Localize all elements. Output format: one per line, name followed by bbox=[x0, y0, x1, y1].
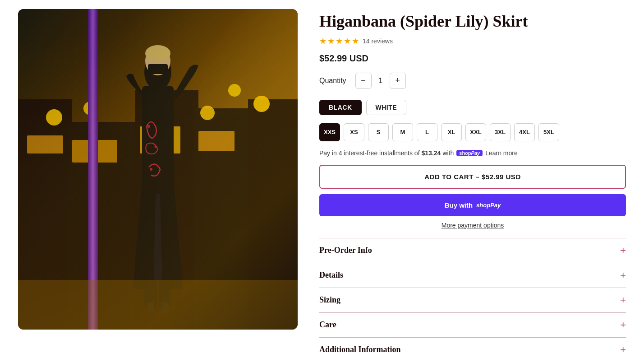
quantity-section: Quantity − 1 + bbox=[319, 73, 626, 89]
accordion-additional-icon: + bbox=[620, 345, 626, 355]
shoppay-badge: shopPay bbox=[456, 150, 483, 156]
svg-rect-32 bbox=[18, 280, 298, 330]
accordion-sizing-header[interactable]: Sizing + bbox=[319, 295, 626, 305]
product-price: $52.99 USD bbox=[319, 53, 626, 64]
buy-now-text: Buy with bbox=[445, 201, 473, 209]
color-button-black[interactable]: BLACK bbox=[319, 100, 362, 115]
accordion-preorder: Pre-Order Info + bbox=[319, 238, 626, 263]
size-button-xs[interactable]: XS bbox=[344, 123, 364, 141]
svg-point-22 bbox=[147, 125, 150, 128]
size-options: XXS XS S M L XL XXL 3XL 4XL 5XL bbox=[319, 123, 626, 141]
accordion-additional-header[interactable]: Additional Information + bbox=[319, 345, 626, 355]
accordion-care-icon: + bbox=[620, 320, 626, 330]
installment-row: Pay in 4 interest-free installments of $… bbox=[319, 149, 626, 157]
accordion-preorder-title: Pre-Order Info bbox=[319, 246, 372, 255]
size-button-l[interactable]: L bbox=[417, 123, 437, 141]
accordion-care: Care + bbox=[319, 312, 626, 337]
star-5: ★ bbox=[352, 36, 359, 46]
quantity-increase-button[interactable]: + bbox=[390, 73, 406, 89]
svg-point-16 bbox=[228, 84, 241, 97]
svg-rect-27 bbox=[148, 64, 168, 74]
more-payment-link[interactable]: More payment options bbox=[319, 222, 626, 229]
svg-rect-7 bbox=[27, 135, 63, 153]
svg-point-14 bbox=[200, 106, 215, 120]
size-button-s[interactable]: S bbox=[368, 123, 389, 141]
accordion-details-header[interactable]: Details + bbox=[319, 270, 626, 280]
product-image bbox=[18, 9, 298, 330]
accordion-sizing-title: Sizing bbox=[319, 295, 340, 305]
buy-now-button[interactable]: Buy with shopPay bbox=[319, 194, 626, 216]
color-button-white[interactable]: WHITE bbox=[366, 100, 407, 115]
installment-text: Pay in 4 interest-free installments of bbox=[319, 149, 420, 157]
size-button-xl[interactable]: XL bbox=[441, 123, 462, 141]
accordion-preorder-icon: + bbox=[620, 246, 626, 256]
accordion-details-icon: + bbox=[620, 270, 626, 280]
accordion-care-header[interactable]: Care + bbox=[319, 320, 626, 330]
product-title: Higanbana (Spider Lily) Skirt bbox=[319, 13, 626, 31]
quantity-decrease-button[interactable]: − bbox=[355, 73, 372, 89]
accordion-sizing: Sizing + bbox=[319, 288, 626, 312]
quantity-value: 1 bbox=[372, 77, 390, 85]
learn-more-link[interactable]: Learn more bbox=[485, 149, 518, 157]
size-button-4xl[interactable]: 4XL bbox=[514, 123, 535, 141]
accordion-details-title: Details bbox=[319, 270, 343, 280]
svg-point-11 bbox=[46, 109, 62, 126]
product-info-panel: Higanbana (Spider Lily) Skirt ★ ★ ★ ★ ★ … bbox=[319, 9, 626, 358]
svg-point-15 bbox=[253, 96, 270, 112]
accordion-additional: Additional Information + bbox=[319, 337, 626, 358]
size-button-m[interactable]: M bbox=[392, 123, 413, 141]
shoppay-logo: shopPay bbox=[476, 202, 501, 209]
star-3: ★ bbox=[336, 36, 343, 46]
add-to-cart-button[interactable]: ADD TO CART – $52.99 USD bbox=[319, 165, 626, 189]
star-4: ★ bbox=[344, 36, 351, 46]
svg-point-24 bbox=[150, 168, 152, 171]
accordion-care-title: Care bbox=[319, 320, 336, 330]
quantity-label: Quantity bbox=[319, 77, 346, 85]
svg-point-23 bbox=[155, 146, 157, 148]
accordion-sizing-icon: + bbox=[620, 295, 626, 305]
installment-amount: $13.24 bbox=[422, 149, 441, 157]
svg-point-26 bbox=[145, 45, 170, 61]
star-1: ★ bbox=[319, 36, 327, 46]
size-button-xxl[interactable]: XXL bbox=[465, 123, 486, 141]
svg-rect-10 bbox=[198, 131, 235, 151]
product-image-container: ‹ › bbox=[18, 9, 298, 358]
size-button-xxs[interactable]: XXS bbox=[319, 123, 340, 141]
accordion-additional-title: Additional Information bbox=[319, 345, 401, 354]
color-options: BLACK WHITE bbox=[319, 100, 626, 115]
star-rating: ★ ★ ★ ★ ★ bbox=[319, 36, 359, 46]
rating-row: ★ ★ ★ ★ ★ 14 reviews bbox=[319, 36, 626, 46]
star-2: ★ bbox=[327, 36, 335, 46]
review-count[interactable]: 14 reviews bbox=[363, 37, 393, 45]
accordion-details: Details + bbox=[319, 263, 626, 288]
quantity-controls: − 1 + bbox=[355, 73, 406, 89]
installment-with: with bbox=[442, 149, 454, 157]
size-button-5xl[interactable]: 5XL bbox=[538, 123, 559, 141]
accordion-preorder-header[interactable]: Pre-Order Info + bbox=[319, 246, 626, 256]
size-button-3xl[interactable]: 3XL bbox=[490, 123, 511, 141]
